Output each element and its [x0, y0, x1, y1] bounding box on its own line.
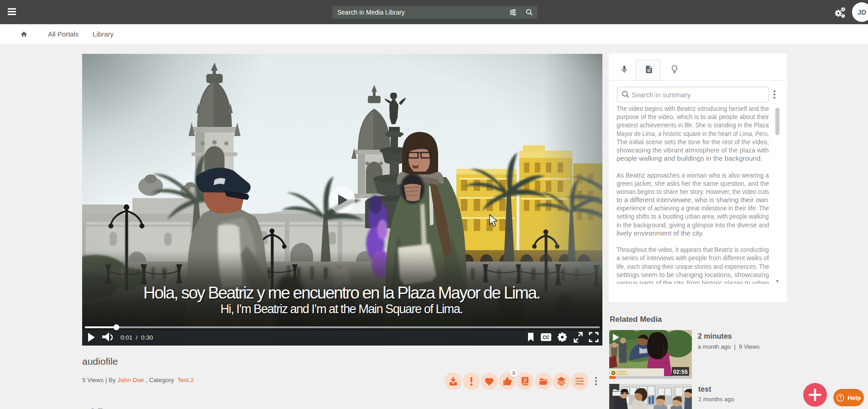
svg-text:Hi, I’m Beatriz and I’m at the: Hi, I’m Beatriz and I’m at the Main Squa… — [220, 302, 463, 316]
svg-text:Hola, soy Beatriz y me encuent: Hola, soy Beatriz y me encuentro en la P… — [143, 283, 541, 302]
svg-text:02:55: 02:55 — [673, 369, 688, 375]
svg-text:0:01 / 0:30: 0:01 / 0:30 — [120, 334, 153, 341]
svg-text:CC: CC — [543, 335, 549, 340]
svg-text:CENTRAL: CENTRAL — [617, 373, 628, 376]
